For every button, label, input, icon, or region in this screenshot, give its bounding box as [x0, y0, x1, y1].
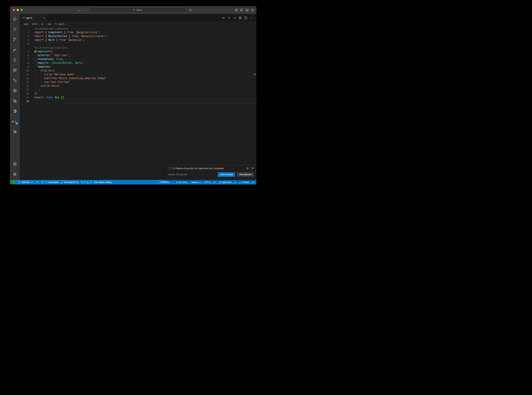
minimize-window-button[interactable] — [17, 9, 19, 11]
more-actions-icon[interactable] — [249, 16, 253, 20]
vim-mode-status[interactable]: -- NORMAL -- — [157, 180, 173, 184]
toggle-panel-icon[interactable] — [245, 8, 249, 12]
code-row: 8 imports: [RouterOutlet, Hero], — [20, 61, 256, 65]
split-editor-icon[interactable] — [244, 16, 247, 20]
breadcrumb-item[interactable]: app — [48, 23, 51, 25]
activity-bar: N 2 — [10, 14, 20, 180]
window-controls — [13, 9, 23, 11]
close-window-button[interactable] — [13, 9, 15, 11]
code-editor[interactable]: You, 26 minutes ago | 1 author (You)1imp… — [20, 27, 256, 180]
publish-cloud-icon — [31, 181, 33, 184]
code-row: 5@Component({ — [20, 49, 256, 53]
language-mode-status[interactable]: {} TypeScript — [218, 180, 233, 184]
git-graph-icon — [36, 181, 38, 184]
line-number: 13 — [20, 80, 34, 84]
braces-icon: {} — [220, 181, 221, 183]
nx-cloud-label: Nx Cloud AI Fix — [64, 181, 79, 183]
edge-browser-icon[interactable] — [11, 107, 19, 115]
chevron-right-icon: › — [39, 23, 40, 25]
git-branch-status[interactable]: add-hero — [17, 180, 35, 184]
breadcrumb-item[interactable]: demo — [32, 23, 37, 25]
line-number: 11 — [20, 72, 34, 76]
notification-close-icon[interactable]: ✕ — [251, 167, 254, 170]
code-line: imports: [RouterOutlet, Hero], — [34, 61, 256, 65]
line-number: 2 — [20, 34, 34, 38]
explorer-icon[interactable] — [11, 15, 19, 23]
run-and-debug-icon[interactable] — [11, 45, 19, 54]
blame-annotations-icon[interactable] — [227, 16, 231, 20]
notifications-bell[interactable] — [250, 180, 255, 184]
notification-settings-gear-icon[interactable] — [246, 167, 249, 170]
code-line: import { Hero } from '@acme/ui'; — [34, 38, 256, 42]
search-icon — [133, 9, 135, 11]
account-icon[interactable] — [11, 160, 19, 168]
project-graph-icon[interactable] — [11, 86, 19, 95]
hierarchy-view-icon[interactable] — [11, 76, 19, 84]
line-number: 12 — [20, 76, 34, 80]
code-row: 16}) — [20, 92, 256, 95]
containers-icon[interactable] — [11, 127, 19, 136]
copilot-icon — [188, 8, 192, 12]
code-line: }) — [34, 92, 256, 95]
breadcrumb-item[interactable]: src — [41, 23, 44, 25]
auto-attach-status[interactable]: Auto Attach: Always — [92, 180, 113, 184]
typescript-file-icon: TS — [54, 23, 57, 25]
line-number: 9 — [20, 65, 34, 69]
forward-arrow-icon[interactable]: → — [84, 9, 87, 12]
source-control-icon[interactable] — [11, 35, 19, 44]
git-graph-status[interactable] — [35, 180, 40, 184]
warning-count: 0 — [90, 181, 91, 183]
testing-icon[interactable] — [11, 56, 19, 64]
eol-status[interactable]: LF — [212, 180, 217, 184]
search-value: acme — [137, 9, 142, 11]
remote-indicator[interactable] — [10, 180, 17, 184]
problems-status[interactable]: 0 0 — [80, 180, 92, 184]
code-row: 17export class App {} — [20, 95, 256, 99]
indentation-status[interactable]: Spaces: 2 — [190, 180, 202, 184]
breadcrumb-item[interactable]: apps — [24, 23, 28, 25]
previous-change-icon[interactable] — [222, 16, 225, 20]
customize-layout-icon[interactable] — [235, 8, 238, 12]
errors-icon — [81, 181, 84, 184]
commit-graph-icon[interactable] — [238, 16, 242, 20]
breadcrumb-tail[interactable]: … — [68, 23, 70, 25]
cursor-position-status[interactable]: Ln 18, Col 1 — [175, 180, 189, 184]
nx-console-icon[interactable]: N 2 — [11, 117, 19, 126]
line-number: 16 — [20, 92, 34, 95]
encoding-status[interactable]: UTF-8 — [203, 180, 211, 184]
notification-toast: i CI Pipeline Execution for #add-hero ha… — [166, 165, 256, 179]
view-results-button[interactable]: View Results — [237, 172, 254, 177]
toggle-primary-sidebar-icon[interactable] — [240, 8, 243, 12]
close-tab-icon[interactable]: × — [43, 16, 45, 19]
overview-ruler-marker — [253, 74, 256, 75]
plug-icon — [44, 181, 47, 184]
gitlens-inspect-icon[interactable] — [11, 97, 19, 105]
toggle-secondary-sidebar-icon[interactable] — [251, 8, 254, 12]
indent-guide — [35, 53, 35, 92]
nx-cloud-status[interactable]: Nx Cloud AI Fix — [59, 180, 80, 184]
view-commit-button[interactable]: View Commit — [218, 172, 235, 177]
settings-gear-icon[interactable] — [11, 170, 19, 178]
code-line: template: ` — [34, 65, 256, 69]
zoom-window-button[interactable] — [21, 9, 23, 11]
prettier-status[interactable]: Prettier — [238, 180, 250, 184]
breadcrumb-file[interactable]: app.ts — [58, 23, 64, 25]
command-center-search[interactable]: acme — [90, 7, 186, 12]
back-arrow-icon[interactable]: ← — [78, 9, 81, 12]
git-branch-icon — [18, 181, 21, 184]
remote-icon — [12, 181, 15, 184]
code-row: 2import { RouterOutlet } from '@angular/… — [20, 34, 256, 38]
chevron-right-icon: › — [30, 23, 31, 25]
copilot-status[interactable] — [233, 180, 238, 184]
search-icon[interactable] — [11, 25, 19, 33]
status-bar: add-hero Launchpad Nx Cloud AI Fix 0 0 A… — [10, 180, 256, 184]
copilot-menu[interactable] — [188, 8, 195, 12]
code-line: ></lib-hero> — [34, 84, 256, 88]
code-row: 9 template: ` — [20, 65, 256, 69]
extensions-icon[interactable] — [11, 66, 19, 74]
vscode-window: ← → acme — [10, 6, 256, 184]
next-change-icon[interactable] — [233, 16, 236, 20]
tab-app-ts[interactable]: TS app.ts × — [20, 14, 47, 21]
launchpad-status[interactable]: Launchpad — [40, 180, 59, 184]
code-row: 1import { Component } from '@angular/cor… — [20, 30, 256, 34]
